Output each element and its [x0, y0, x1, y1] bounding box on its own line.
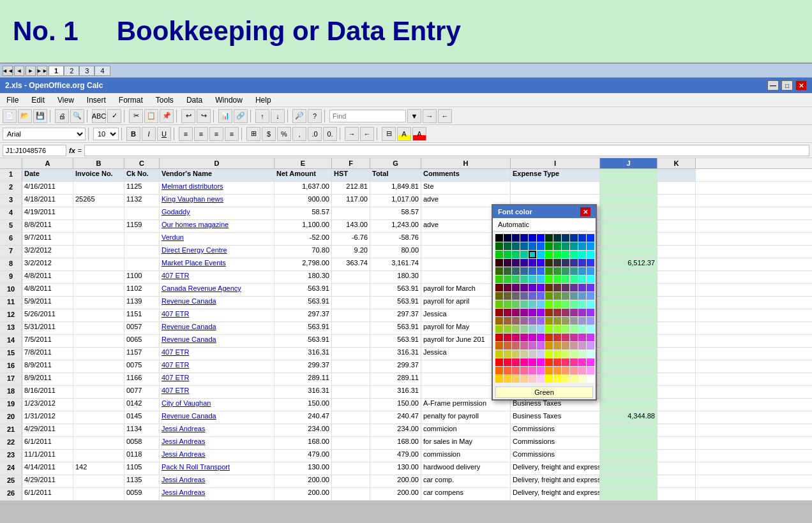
color-swatch[interactable]	[495, 242, 503, 250]
cell-k12[interactable]	[658, 309, 696, 321]
color-swatch[interactable]	[587, 242, 594, 250]
cell-j24[interactable]	[600, 462, 658, 475]
col-header-i[interactable]: I	[511, 158, 600, 168]
color-swatch[interactable]	[553, 375, 561, 383]
cell-j4[interactable]	[600, 207, 658, 219]
cell-g18[interactable]: 316.31	[370, 386, 421, 398]
color-swatch[interactable]	[587, 342, 594, 350]
color-swatch[interactable]	[529, 276, 536, 283]
cell-a4[interactable]: 4/19/2011	[22, 207, 73, 219]
cell-j9[interactable]	[600, 271, 658, 283]
color-swatch[interactable]	[495, 334, 503, 341]
cell-g25[interactable]: 200.00	[370, 475, 421, 487]
cell-e8[interactable]: 2,798.00	[274, 258, 332, 270]
cell-e18[interactable]: 316.31	[274, 386, 332, 398]
color-swatch[interactable]	[562, 300, 569, 308]
cell-e4[interactable]: 58.57	[274, 207, 332, 219]
color-swatch[interactable]	[562, 375, 569, 383]
cell-c5[interactable]: 1159	[124, 220, 160, 232]
cell-e21[interactable]: 234.00	[274, 424, 332, 436]
color-swatch[interactable]	[504, 284, 511, 291]
color-swatch[interactable]	[553, 317, 561, 325]
cell-a5[interactable]: 8/8/2011	[22, 220, 73, 232]
cell-f20[interactable]	[332, 411, 370, 424]
cell-c10[interactable]: 1102	[124, 284, 160, 296]
cell-d15[interactable]: 407 ETR	[160, 348, 274, 360]
color-swatch[interactable]	[587, 350, 594, 358]
color-swatch[interactable]	[578, 350, 586, 358]
cell-e9[interactable]: 180.30	[274, 271, 332, 283]
color-swatch[interactable]	[562, 251, 569, 258]
cell-d19[interactable]: City of Vaughan	[160, 399, 274, 411]
color-swatch[interactable]	[495, 375, 503, 383]
color-swatch[interactable]	[537, 350, 545, 358]
color-swatch[interactable]	[545, 325, 553, 333]
cell-a2[interactable]: 4/16/2011	[22, 182, 73, 194]
color-swatch[interactable]	[520, 334, 528, 341]
cell-h20[interactable]: penalty for payroll	[421, 411, 511, 424]
cell-b2[interactable]	[73, 182, 124, 194]
cell-d4[interactable]: Godaddy	[160, 207, 274, 219]
cell-j20[interactable]: 4,344.88	[600, 411, 658, 424]
bg-color-btn[interactable]: A	[397, 127, 411, 141]
cell-j18[interactable]	[600, 386, 658, 398]
color-swatch[interactable]	[537, 358, 545, 366]
color-swatch[interactable]	[578, 317, 586, 325]
color-swatch[interactable]	[570, 309, 578, 316]
align-right-btn[interactable]: ≡	[209, 127, 223, 141]
color-swatch[interactable]	[495, 358, 503, 366]
cell-k2[interactable]	[658, 182, 696, 194]
cell-d3[interactable]: King Vaughan news	[160, 195, 274, 207]
cell-b9[interactable]	[73, 271, 124, 283]
color-swatch[interactable]	[578, 267, 586, 275]
cell-c20[interactable]: 0145	[124, 411, 160, 424]
color-swatch[interactable]	[587, 276, 594, 283]
color-swatch[interactable]	[537, 292, 545, 300]
cell-k16[interactable]	[658, 360, 696, 372]
spell-btn[interactable]: ABC	[92, 109, 106, 123]
tab-nav-last[interactable]: ►►	[37, 66, 47, 76]
color-swatch[interactable]	[512, 276, 520, 283]
cell-g4[interactable]: 58.57	[370, 207, 421, 219]
cell-g13[interactable]: 563.91	[370, 322, 421, 334]
color-swatch[interactable]	[537, 367, 545, 374]
cell-g17[interactable]: 289.11	[370, 373, 421, 385]
color-swatch[interactable]	[562, 309, 569, 316]
cell-b11[interactable]	[73, 297, 124, 309]
color-swatch[interactable]	[545, 267, 553, 275]
color-swatch[interactable]	[562, 358, 569, 366]
col-header-d[interactable]: D	[160, 158, 274, 168]
currency-btn[interactable]: $	[262, 127, 276, 141]
cell-j2[interactable]	[600, 182, 658, 194]
cell-f8[interactable]: 363.74	[332, 258, 370, 270]
cell-j3[interactable]	[600, 195, 658, 207]
cell-b3[interactable]: 25265	[73, 195, 124, 207]
chart-btn[interactable]: 📊	[218, 109, 232, 123]
cell-c18[interactable]: 0077	[124, 386, 160, 398]
color-swatch[interactable]	[553, 334, 561, 341]
cell-e3[interactable]: 900.00	[274, 195, 332, 207]
color-swatch[interactable]	[587, 358, 594, 366]
cell-k6[interactable]	[658, 233, 696, 245]
color-swatch[interactable]	[537, 234, 545, 242]
cell-e25[interactable]: 200.00	[274, 475, 332, 487]
cell-a10[interactable]: 4/8/2011	[22, 284, 73, 296]
cell-f18[interactable]	[332, 386, 370, 398]
cell-e5[interactable]: 1,100.00	[274, 220, 332, 232]
cell-c3[interactable]: 1132	[124, 195, 160, 207]
cell-i24[interactable]: Delivery, freight and express	[511, 462, 600, 475]
cell-f23[interactable]	[332, 450, 370, 462]
color-swatch[interactable]	[553, 259, 561, 267]
color-swatch[interactable]	[553, 300, 561, 308]
color-swatch[interactable]	[562, 292, 569, 300]
color-swatch[interactable]	[495, 292, 503, 300]
color-swatch[interactable]	[545, 342, 553, 350]
menu-help[interactable]: Help	[252, 94, 275, 106]
cell-a24[interactable]: 4/14/2011	[22, 462, 73, 475]
color-swatch[interactable]	[512, 292, 520, 300]
cell-a7[interactable]: 3/2/2012	[22, 246, 73, 258]
color-swatch[interactable]	[553, 358, 561, 366]
cell-e22[interactable]: 168.00	[274, 437, 332, 449]
cell-i21[interactable]: Commissions	[511, 424, 600, 436]
color-swatch[interactable]	[520, 242, 528, 250]
